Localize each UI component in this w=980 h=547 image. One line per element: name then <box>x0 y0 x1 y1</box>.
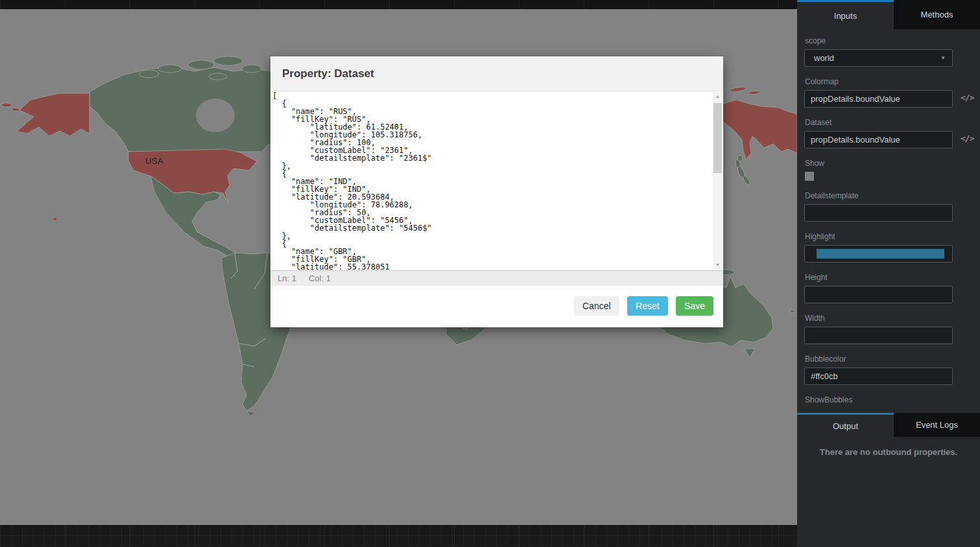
canvas-bottom-grid <box>0 525 797 547</box>
width-input[interactable] <box>804 327 953 344</box>
field-label-detailstemplate: Detailstemplate <box>805 191 973 200</box>
line-indicator: Ln: 1 <box>278 274 296 283</box>
column-indicator: Col: 1 <box>309 274 331 283</box>
save-button[interactable]: Save <box>676 296 713 316</box>
aleutian-islands <box>12 108 19 111</box>
tab-output[interactable]: Output <box>797 413 894 437</box>
property-dataset-modal: Property: Dataset [ { "name": "RUS", "fi… <box>270 56 723 327</box>
reset-button[interactable]: Reset <box>627 296 668 316</box>
tasmania <box>745 349 755 358</box>
highlight-color-bar <box>817 249 944 259</box>
output-panel: Output Event Logs There are no outbound … <box>797 413 980 547</box>
code-binding-icon[interactable]: </> <box>961 134 974 143</box>
field-label-colormap: Colormap <box>805 77 973 86</box>
field-label-show: Show <box>805 159 973 168</box>
inputs-methods-tabbar: Inputs Methods <box>797 0 980 29</box>
island-speck <box>790 310 795 312</box>
modal-footer: Cancel Reset Save <box>270 286 723 327</box>
height-input[interactable] <box>804 286 953 303</box>
field-label-scope: scope <box>805 36 973 45</box>
show-checkbox[interactable] <box>805 172 814 181</box>
scrollbar-thumb[interactable] <box>713 103 722 173</box>
caret-down-icon: ▼ <box>940 50 946 66</box>
code-editor-content[interactable]: [ { "name": "RUS", "fillKey": "RUS", "la… <box>270 91 723 270</box>
highlight-input[interactable] <box>804 245 953 262</box>
output-empty-message: There are no outbound properties. <box>797 447 980 457</box>
properties-sidebar: Inputs Methods scope world ▼ Colormap pr… <box>797 0 980 547</box>
scope-select[interactable]: world ▼ <box>804 49 953 67</box>
field-label-width: Width <box>805 314 973 323</box>
arctic-islands-rus <box>730 86 747 93</box>
tierra-del-fuego <box>246 411 256 416</box>
field-label-dataset: Dataset <box>805 118 973 127</box>
inputs-panel: scope world ▼ Colormap propDetails.bound… <box>797 29 980 413</box>
output-eventlogs-tabbar: Output Event Logs <box>797 413 980 437</box>
modal-title: Property: Dataset <box>270 56 723 91</box>
country-canada <box>90 67 280 152</box>
dataset-input[interactable]: propDetails.boundValue <box>804 131 953 148</box>
field-label-showbubbles: ShowBubbles <box>805 395 973 404</box>
hudson-bay <box>196 99 235 132</box>
scroll-down-icon[interactable]: ▼ <box>713 261 723 270</box>
bubblecolor-input[interactable]: #ffc0cb <box>804 367 953 385</box>
hawaii <box>53 218 58 221</box>
usa-map-label: USA <box>145 156 163 166</box>
editor-status-bar: Ln: 1Col: 1 <box>270 270 723 286</box>
arctic-islands-rus <box>748 91 760 95</box>
country-usa-alaska <box>17 93 90 136</box>
code-editor[interactable]: [ { "name": "RUS", "fillKey": "RUS", "la… <box>270 91 723 270</box>
canvas-top-toolbar <box>0 0 797 9</box>
tab-inputs[interactable]: Inputs <box>797 0 894 29</box>
colormap-input[interactable]: propDetails.boundValue <box>804 90 953 108</box>
aleutian-islands <box>1 103 12 107</box>
tab-event-logs[interactable]: Event Logs <box>894 413 980 437</box>
new-guinea <box>721 270 734 275</box>
field-label-highlight: Highlight <box>805 232 973 241</box>
code-binding-icon[interactable]: </> <box>961 93 974 102</box>
detailstemplate-input[interactable] <box>804 204 953 222</box>
tab-methods[interactable]: Methods <box>894 0 980 29</box>
scroll-up-icon[interactable]: ▲ <box>713 92 723 101</box>
scope-select-value: world <box>814 53 834 63</box>
code-editor-scrollbar[interactable]: ▲ ▼ <box>713 92 723 270</box>
country-russia <box>719 100 797 159</box>
country-japan <box>735 156 752 186</box>
field-label-height: Height <box>805 273 973 282</box>
cancel-button[interactable]: Cancel <box>574 296 619 316</box>
field-label-bubblecolor: Bubblecolor <box>805 355 973 364</box>
